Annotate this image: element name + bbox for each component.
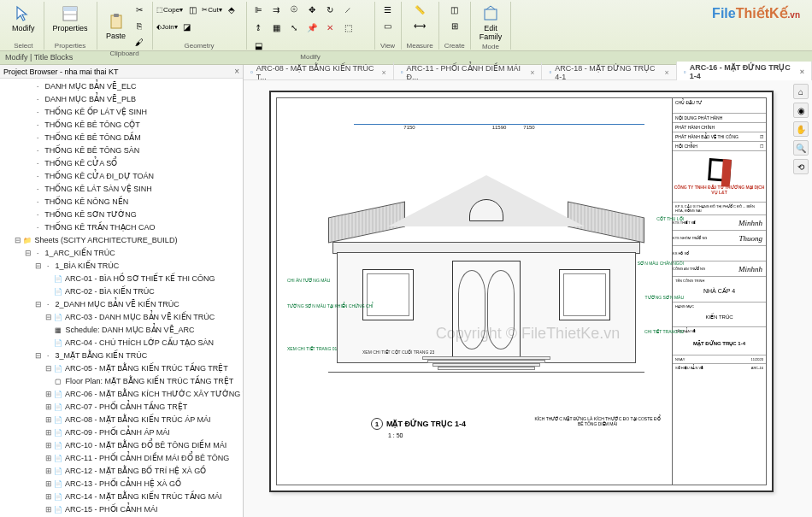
tab-close-button[interactable]: × [530,68,534,77]
svg-rect-4 [114,14,119,17]
delete-button[interactable]: ✕ [322,20,338,35]
nav-home-button[interactable]: ⌂ [793,84,809,99]
rotate-button[interactable]: ↻ [322,2,338,17]
tree-item[interactable]: ⊟· 3_MẶT BẰNG KIẾN TRÚC [0,350,243,362]
ribbon-group-clipboard: Paste ✂ ⎘ 🖌 Clipboard [97,2,153,50]
create-btn-1[interactable]: ◫ [447,2,462,17]
tree-item[interactable]: ▢ Floor Plan: MẶT BẰNG KIẾN TRÚC TẦNG TR… [0,375,243,388]
ribbon-group-modify: ⊫ ⇉ ⦾ ✥ ↻ ⟋ ⥉ ▦ ⤡ 📌 ✕ ⬚ ⬓ Modify [247,2,375,50]
tree-item[interactable]: ⊞📄 ARC-08 - MẶT BẰNG KIẾN TRÚC ÁP MÁI [0,414,243,426]
cut-button[interactable]: ✂ [132,2,147,17]
drawing-canvas[interactable]: CHỦ ĐẦU TƯ NỘI DUNG PHÁT HÀNH PHÁT HÀNH … [244,80,812,517]
tree-item[interactable]: ⊞📄 ARC-13 - PHỐI CẢNH HỆ XÀ GỒ [0,478,243,491]
mod-btn-a[interactable]: ⬚ [340,20,356,35]
join-button[interactable]: ⬖ Join ▾ [156,19,178,34]
tree-item[interactable]: · THỐNG KÊ TRẦN THẠCH CAO [0,221,243,234]
view-btn-2[interactable]: ▭ [380,18,396,33]
tree-item[interactable]: · THỐNG KÊ BÊ TÔNG SÀN [0,144,243,157]
measure-button[interactable]: 📏 [412,2,427,17]
tree-item[interactable]: ⊟📄 ARC-05 - MẶT BẰNG KIẾN TRÚC TẦNG TRỆT [0,362,243,375]
ribbon-group-properties: Properties Properties [44,2,97,50]
elevation-view[interactable]: 7150 7150 11590 [294,115,662,440]
tree-item[interactable]: ⊟· 1_ARC_KIẾN TRÚC [0,247,243,260]
geom-btn-1[interactable]: ◫ [185,2,200,17]
cut-geom-icon: ✂ [202,6,208,14]
tree-item[interactable]: · THỐNG KÊ ỐP LÁT VỆ SINH [0,106,243,119]
sheet-icon: ▫ [250,68,253,76]
tree-item[interactable]: · THỐNG KÊ CỬA ĐI_DỰ TOÁN [0,170,243,183]
ribbon-group-mode: Edit Family Mode [471,2,512,50]
svg-rect-1 [63,7,77,11]
sheet-icon: ▫ [684,68,686,76]
tree-item[interactable]: ⊞📄 ARC-06 - MẶT BẰNG KÍCH THƯỚC XÂY TƯỜN… [0,388,243,401]
tree-item[interactable]: 📄 ARC-04 - CHÚ THÍCH LỚP CẤU TẠO SÀN [0,337,243,350]
copy-button[interactable]: ⎘ [132,18,147,33]
tree-item[interactable]: · DANH MỤC BẢN VẼ_PLB [0,93,243,106]
canvas-area: ▫ARC-08 - MẶT BẰNG KIẾN TRÚC T...×▫ARC-1… [244,65,812,517]
cope-button[interactable]: ⬚ Cope ▾ [156,2,183,17]
dimension-button[interactable]: ⟷ [412,18,427,33]
tree-item[interactable]: ⊞📄 ARC-10 - MẶT BẰNG ĐỔ BÊ TÔNG DIỀM MÁI [0,439,243,452]
nav-wheel-button[interactable]: ◉ [793,103,809,118]
tree-item[interactable]: 📄 ARC-02 - BÌA KIẾN TRÚC [0,285,243,298]
tree-item[interactable]: ⊞📄 ARC-07 - PHỐI CẢNH TẦNG TRỆT [0,401,243,414]
building-elevation: CỐT THU LỐI SƠN MÀU CHÂN NGÓI TƯỜNG SƠN … [337,175,636,397]
mirror-button[interactable]: ⦾ [286,2,302,17]
edit-family-icon [480,3,501,24]
properties-button[interactable]: Properties [50,2,91,34]
tree-item[interactable]: · THỐNG KÊ SƠN TƯỜNG [0,209,243,221]
ribbon-group-measure: 📏 ⟷ Measure [402,2,439,50]
create-btn-2[interactable]: ⊞ [447,18,462,33]
cut-geom-button[interactable]: ✂ Cut ▾ [202,2,221,17]
tree-item[interactable]: ⊞📄 ARC-11 - PHỐI CẢNH DIỀM MÁI ĐỔ BÊ TÔN… [0,452,243,465]
tree-item[interactable]: 📄 ARC-01 - BÌA HỒ SƠ THIẾT KẾ THI CÔNG [0,273,243,285]
offset-button[interactable]: ⇉ [268,2,284,17]
tab-close-button[interactable]: × [665,68,669,77]
match-button[interactable]: 🖌 [132,34,147,50]
mod-btn-b[interactable]: ⬓ [250,38,266,53]
title-block[interactable]: CHỦ ĐẦU TƯ NỘI DUNG PHÁT HÀNH PHÁT HÀNH … [672,98,766,485]
tab-close-button[interactable]: × [800,68,804,76]
modify-button[interactable]: Modify [9,2,38,34]
svg-rect-5 [485,9,497,20]
tree-item[interactable]: · THỐNG KÊ BÊ TÔNG DẦM [0,132,243,144]
view-tab[interactable]: ▫ARC-08 - MẶT BẰNG KIẾN TRÚC T...× [244,62,394,83]
scale-button[interactable]: ⤡ [286,20,302,35]
edit-family-button[interactable]: Edit Family [476,2,506,43]
tree-item[interactable]: · THỐNG KÊ BÊ TÔNG CỘT [0,119,243,132]
tree-item[interactable]: ⊞📄 ARC-09 - PHỐI CẢNH ÁP MÁI [0,426,243,439]
tree-item[interactable]: ⊟· 2_DANH MỤC BẢN VẼ KIẾN TRÚC [0,298,243,311]
tree-item[interactable]: ⊞📄 ARC-12 - MẶT BẰNG BỐ TRÍ HỆ XÀ GỒ [0,465,243,478]
cursor-icon [13,3,33,24]
nav-zoom-button[interactable]: 🔍 [793,140,809,156]
tree-item[interactable]: ▦ Schedule: DANH MỤC BẢN VẼ_ARC [0,324,243,337]
view-tab[interactable]: ▫ARC-18 - MẶT ĐỨNG TRỤC 4-1× [542,62,676,83]
tree-item[interactable]: · THỐNG KÊ LÁT SÀN VỆ SINH [0,183,243,196]
pin-button[interactable]: 📌 [304,20,320,35]
nav-orbit-button[interactable]: ⟲ [793,159,809,174]
tree-item[interactable]: · THỐNG KÊ NÔNG NỀN [0,196,243,209]
tree-item[interactable]: ⊞📄 ARC-15 - PHỐI CẢNH MÁI [0,503,243,516]
tree-item[interactable]: · DANH MỤC BẢN VẼ_ELC [0,80,243,93]
nav-pan-button[interactable]: ✋ [793,121,809,137]
trim-button[interactable]: ⟋ [340,2,356,17]
geom-btn-3[interactable]: ◪ [179,19,195,34]
move-button[interactable]: ✥ [304,2,320,17]
array-button[interactable]: ▦ [268,20,284,35]
view-tab[interactable]: ▫ARC-11 - PHỐI CẢNH DIỀM MÁI Đ...× [394,62,543,83]
align-button[interactable]: ⊫ [250,2,266,17]
tab-close-button[interactable]: × [381,68,385,77]
geom-btn-2[interactable]: ⬘ [224,2,239,17]
tree-item[interactable]: · THỐNG KÊ CỬA SỔ [0,157,243,170]
tree-item[interactable]: ⊞📄 ARC-14 - MẶT BẰNG KIẾN TRÚC TẦNG MÁI [0,491,243,503]
tree-item[interactable]: ⊟📁 Sheets (SCITY ARCHITECTURE_BUILD) [0,234,243,247]
tree-item[interactable]: ⊟📄 ARC-03 - DANH MỤC BẢN VẼ KIẾN TRÚC [0,311,243,324]
tree-item[interactable]: ⊟· 1_BÌA KIẾN TRÚC [0,260,243,273]
split-button[interactable]: ⥉ [250,20,266,35]
browser-tree[interactable]: · DANH MỤC BẢN VẼ_ELC· DANH MỤC BẢN VẼ_P… [0,79,243,517]
paste-button[interactable]: Paste [103,9,130,42]
browser-close-button[interactable]: × [234,67,239,76]
view-btn-1[interactable]: ☰ [380,2,396,17]
paste-icon [106,11,127,32]
ribbon-group-select: Modify Select [3,2,44,50]
